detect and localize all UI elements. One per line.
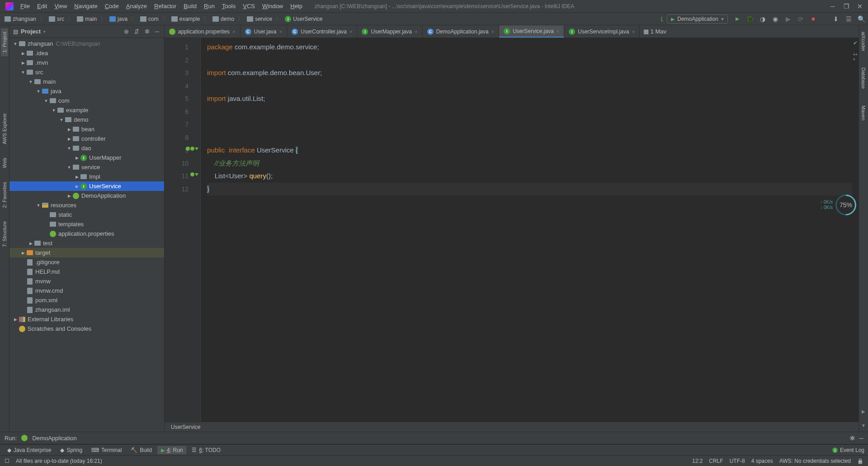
file-encoding[interactable]: UTF-8 xyxy=(730,458,745,464)
tree-node-Scratches and Consoles[interactable]: Scratches and Consoles xyxy=(9,324,164,333)
tree-node-demo[interactable]: ▼demo xyxy=(9,115,164,124)
run-hide-icon[interactable]: ─ xyxy=(859,435,863,442)
tree-node-com[interactable]: ▼com xyxy=(9,96,164,105)
bottom-tab-6-TODO[interactable]: ☰6: TODO xyxy=(188,446,224,454)
hide-panel-icon[interactable]: ─ xyxy=(154,28,160,35)
tree-node-pom.xml[interactable]: pom.xml xyxy=(9,295,164,305)
tabs-overflow[interactable]: ▦ 1 Mav xyxy=(640,25,670,38)
vcs-update-icon[interactable]: ⬇ xyxy=(832,15,840,23)
caret-position[interactable]: 12:2 xyxy=(692,458,703,464)
tree-node-test[interactable]: ▶test xyxy=(9,238,164,248)
menu-code[interactable]: Code xyxy=(102,1,122,11)
tree-node-.mvn[interactable]: ▶.mvn xyxy=(9,58,164,67)
close-button[interactable]: ✕ xyxy=(854,1,866,11)
favorites-tab[interactable]: 2: Favorites xyxy=(1,178,8,211)
stop-button[interactable] xyxy=(809,15,817,23)
project-tool-tab[interactable]: 1: Project xyxy=(1,28,8,56)
memory-widget[interactable]: ↑ 0K/s ↓ 0K/s 75% xyxy=(820,195,856,215)
bottom-tab-Java-Enterprise[interactable]: ◆Java Enterprise xyxy=(4,446,55,454)
rerun-icon[interactable]: ⟳ xyxy=(797,15,805,23)
tree-node-static[interactable]: static xyxy=(9,210,164,219)
close-tab-icon[interactable]: × xyxy=(491,29,494,34)
tree-node-UserMapper[interactable]: ▶IUserMapper xyxy=(9,153,164,162)
project-tree[interactable]: ▼zhangsanC:\WEB\zhangsan▶.idea▶.mvn▼src▼… xyxy=(9,38,164,432)
tree-node-dao[interactable]: ▼dao xyxy=(9,143,164,153)
tree-node-zhangsan[interactable]: ▼zhangsanC:\WEB\zhangsan xyxy=(9,39,164,48)
run-settings-icon[interactable]: ✼ xyxy=(850,435,855,442)
menu-run[interactable]: Run xyxy=(201,1,218,11)
tree-node-DemoApplication[interactable]: ▶DemoApplication xyxy=(9,191,164,200)
close-tab-icon[interactable]: × xyxy=(415,29,417,34)
tab-UserController.java[interactable]: CUserController.java× xyxy=(287,25,357,38)
editor-breadcrumb[interactable]: UserService xyxy=(165,422,859,432)
readonly-lock-icon[interactable] xyxy=(857,458,863,464)
tab-User.java[interactable]: CUser.java× xyxy=(241,25,287,38)
bottom-tab-Build[interactable]: 🔨Build xyxy=(127,446,156,454)
close-tab-icon[interactable]: × xyxy=(349,29,352,34)
expand-all-icon[interactable]: ⇵ xyxy=(133,28,141,35)
menu-refactor[interactable]: Refactor xyxy=(151,1,179,11)
aixcoder-tab[interactable]: aiXcoder xyxy=(860,28,867,55)
tree-node-controller[interactable]: ▶controller xyxy=(9,134,164,143)
breadcrumb-service[interactable]: service〉 xyxy=(245,14,283,24)
run-config-selector[interactable]: DemoApplication ▾ xyxy=(667,14,728,24)
run-button[interactable] xyxy=(733,15,741,23)
tab-UserMapper.java[interactable]: IUserMapper.java× xyxy=(357,25,422,38)
maven-tab[interactable]: Maven xyxy=(860,102,867,124)
menu-build[interactable]: Build xyxy=(180,1,200,11)
line-separator[interactable]: CRLF xyxy=(709,458,723,464)
tree-node-templates[interactable]: templates xyxy=(9,219,164,229)
profile-button[interactable]: ◉ xyxy=(771,15,779,23)
code-editor[interactable]: package com.example.demo.service; import… xyxy=(201,38,852,422)
menu-help[interactable]: Help xyxy=(287,1,306,11)
tree-node-java[interactable]: ▼java xyxy=(9,86,164,96)
menu-navigate[interactable]: Navigate xyxy=(71,1,100,11)
breadcrumb-example[interactable]: example〉 xyxy=(170,14,211,24)
aws-status[interactable]: AWS: No credentials selected xyxy=(779,458,851,464)
tree-node-mvnw[interactable]: mvnw xyxy=(9,276,164,286)
tree-node-service[interactable]: ▼service xyxy=(9,162,164,172)
menu-edit[interactable]: Edit xyxy=(34,1,50,11)
tree-node-Impl[interactable]: ▶Impl xyxy=(9,172,164,181)
web-tab[interactable]: Web xyxy=(1,154,8,171)
close-tab-icon[interactable]: × xyxy=(557,29,559,34)
breadcrumb-com[interactable]: com〉 xyxy=(138,14,170,24)
tree-node-resources[interactable]: ▼resources xyxy=(9,200,164,210)
menu-file[interactable]: File xyxy=(17,1,33,11)
menu-analyze[interactable]: Analyze xyxy=(123,1,150,11)
debug-button[interactable] xyxy=(746,15,754,23)
breadcrumb-zhangsan[interactable]: zhangsan〉 xyxy=(3,14,47,24)
tree-node-.idea[interactable]: ▶.idea xyxy=(9,48,164,58)
bottom-tab-4-Run[interactable]: 4: Run xyxy=(157,446,186,454)
tree-node-application.properties[interactable]: application.properties xyxy=(9,229,164,238)
structure-tab[interactable]: 7: Structure xyxy=(1,218,8,251)
tree-node-External Libraries[interactable]: ▶External Libraries xyxy=(9,314,164,324)
coverage-button[interactable]: ◑ xyxy=(759,15,767,23)
vcs-commit-icon[interactable]: ☰ xyxy=(844,15,853,23)
inspection-ok-icon[interactable]: ✔ xyxy=(853,40,858,46)
tab-DemoApplication.java[interactable]: CDemoApplication.java× xyxy=(423,25,500,38)
tree-node-mvnw.cmd[interactable]: mvnw.cmd xyxy=(9,286,164,295)
editor-gutter[interactable]: 1234 5678 9 10 11 12 xyxy=(165,38,201,422)
tab-application.properties[interactable]: application.properties× xyxy=(165,25,241,38)
indent-info[interactable]: 4 spaces xyxy=(751,458,773,464)
minimize-button[interactable]: ─ xyxy=(826,1,839,11)
build-icon[interactable]: ⤹ xyxy=(658,15,666,23)
database-tab[interactable]: Database xyxy=(860,64,867,92)
tab-UserServiceImpl.java[interactable]: IUserServiceImpl.java× xyxy=(564,25,640,38)
tree-node-zhangsan.iml[interactable]: zhangsan.iml xyxy=(9,305,164,314)
tab-UserService.java[interactable]: IUserService.java× xyxy=(499,25,564,38)
aws-explorer-tab[interactable]: AWS Explorer xyxy=(1,109,8,148)
close-tab-icon[interactable]: × xyxy=(632,29,635,34)
tree-node-bean[interactable]: ▶bean xyxy=(9,124,164,134)
expand-right-icon[interactable]: ▶ xyxy=(862,409,865,414)
breadcrumb-UserService[interactable]: IUserService xyxy=(283,15,324,23)
breadcrumb-java[interactable]: java〉 xyxy=(108,14,138,24)
close-tab-icon[interactable]: × xyxy=(279,29,282,34)
breadcrumb-src[interactable]: src〉 xyxy=(47,14,75,24)
bottom-tab-Terminal[interactable]: ⌨Terminal xyxy=(88,446,125,454)
tree-node-main[interactable]: ▼main xyxy=(9,77,164,86)
tree-node-HELP.md[interactable]: HELP.md xyxy=(9,267,164,276)
tree-node-target[interactable]: ▶target xyxy=(9,248,164,257)
search-icon[interactable]: 🔍 xyxy=(857,15,865,23)
